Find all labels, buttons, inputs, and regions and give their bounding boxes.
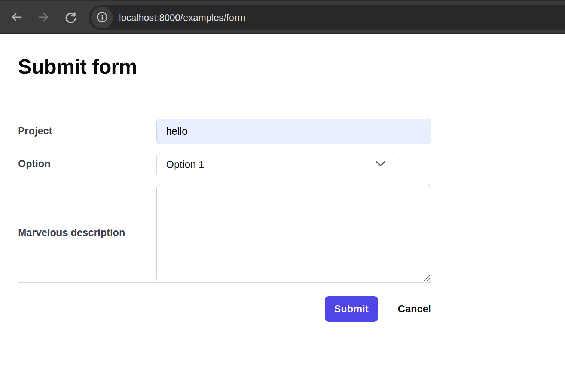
reload-icon	[64, 10, 77, 25]
chevron-down-icon	[375, 160, 386, 169]
site-info-button[interactable]	[91, 7, 113, 28]
option-select-value: Option 1	[166, 159, 375, 171]
description-label: Marvelous description	[18, 227, 125, 239]
project-label: Project	[18, 125, 52, 137]
url-text[interactable]: localhost:8000/examples/form	[119, 12, 245, 23]
info-icon	[97, 12, 108, 24]
project-input[interactable]	[156, 119, 431, 144]
description-textarea[interactable]	[156, 184, 431, 282]
option-label: Option	[18, 158, 51, 170]
browser-toolbar: localhost:8000/examples/form	[0, 0, 565, 34]
forward-button[interactable]	[37, 11, 50, 24]
page-title: Submit form	[18, 55, 137, 79]
back-arrow-icon	[10, 10, 23, 25]
address-bar[interactable]: localhost:8000/examples/form	[89, 5, 565, 30]
reload-button[interactable]	[64, 11, 77, 24]
back-button[interactable]	[10, 11, 23, 24]
cancel-button[interactable]: Cancel	[395, 296, 431, 322]
submit-button[interactable]: Submit	[325, 296, 378, 322]
option-select[interactable]: Option 1	[156, 152, 396, 177]
resize-handle[interactable]	[423, 273, 431, 282]
browser-window: localhost:8000/examples/form Submit form…	[0, 0, 565, 392]
forward-arrow-icon	[37, 10, 50, 25]
